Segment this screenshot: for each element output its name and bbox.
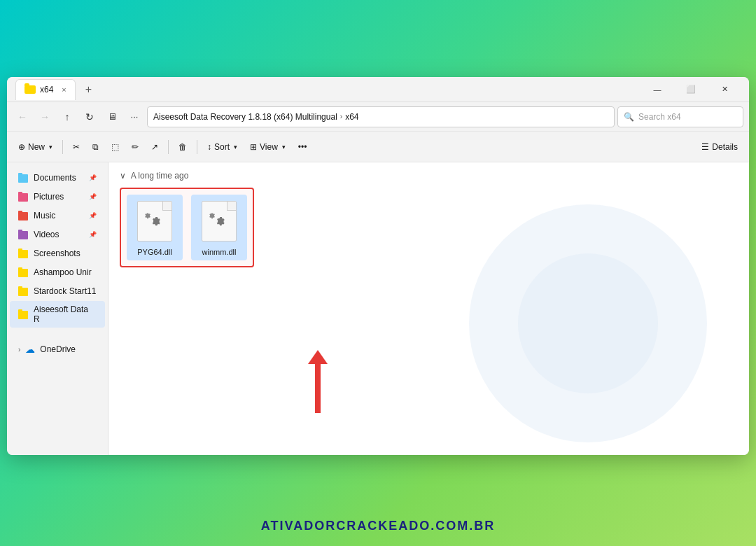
file-item-pyg64[interactable]: PYG64.dll [127, 195, 183, 260]
svg-rect-1 [18, 173, 22, 176]
new-button[interactable]: ⊕ New ▾ [13, 136, 58, 158]
tab-close-button[interactable]: × [62, 85, 66, 94]
sidebar-item-onedrive[interactable]: › ☁ OneDrive [10, 340, 105, 358]
sort-icon: ↕ [207, 142, 211, 152]
toolbar-separator-3 [197, 140, 197, 154]
section-header: ∨ A long time ago [120, 171, 738, 181]
svg-rect-5 [18, 211, 22, 214]
tab-folder-icon [24, 85, 36, 94]
refresh-icon: ↻ [85, 111, 94, 122]
title-bar: x64 × + — ⬜ ✕ [7, 77, 749, 102]
pyg64-page [137, 201, 172, 241]
path-more-button[interactable]: ··· [125, 107, 144, 127]
view-button[interactable]: ⊞ View ▾ [244, 136, 291, 158]
onedrive-expand-icon: › [18, 346, 20, 354]
stardock-icon [18, 286, 29, 297]
file-item-winmm[interactable]: winmm.dll [191, 195, 247, 260]
location-icon: 🖥 [108, 111, 117, 122]
pyg64-gear-large-icon [150, 216, 166, 231]
winmm-label: winmm.dll [202, 248, 237, 256]
content-area: Documents 📌 Pictures 📌 Music 📌 [7, 162, 749, 455]
path-more-icon: ··· [131, 111, 139, 122]
section-label: A long time ago [131, 171, 189, 181]
section-collapse-icon[interactable]: ∨ [120, 171, 126, 181]
up-button[interactable]: ↑ [57, 107, 77, 127]
documents-pin-icon: 📌 [89, 174, 97, 181]
sidebar-item-pictures[interactable]: Pictures 📌 [10, 188, 105, 206]
arrow-stem [315, 364, 321, 413]
sidebar-item-aiseesoft[interactable]: Aiseesoft Data R [10, 301, 105, 328]
winmm-gear-group [208, 211, 230, 231]
sidebar-item-stardock[interactable]: Stardock Start11 [10, 282, 105, 300]
sidebar-item-videos[interactable]: Videos 📌 [10, 225, 105, 244]
explorer-window: x64 × + — ⬜ ✕ ← → ↑ ↻ 🖥 ··· [7, 77, 749, 455]
rename-button[interactable]: ✏ [126, 136, 144, 158]
refresh-button[interactable]: ↻ [80, 107, 99, 127]
details-icon: ☰ [701, 142, 709, 152]
svg-rect-11 [18, 267, 22, 270]
path-current-folder: x64 [345, 112, 358, 122]
more-options-button[interactable]: ••• [293, 136, 313, 158]
screenshots-label: Screenshots [34, 248, 80, 258]
copy-icon: ⧉ [92, 142, 99, 152]
winmm-file-icon [200, 199, 239, 244]
pictures-pin-icon: 📌 [89, 193, 97, 200]
delete-button[interactable]: 🗑 [173, 136, 192, 158]
onedrive-label: OneDrive [40, 344, 76, 354]
pictures-label: Pictures [34, 192, 64, 202]
aiseesoft-label: Aiseesoft Data R [34, 304, 97, 324]
videos-pin-icon: 📌 [89, 231, 97, 238]
paste-button[interactable]: ⬚ [106, 136, 125, 158]
share-icon: ↗ [151, 142, 158, 152]
aiseesoft-icon [18, 309, 29, 320]
tab-add-button[interactable]: + [81, 82, 96, 97]
sidebar: Documents 📌 Pictures 📌 Music 📌 [7, 162, 108, 455]
back-button[interactable]: ← [13, 107, 32, 127]
details-button[interactable]: ☰ Details [696, 136, 743, 158]
ashampoo-icon [18, 267, 29, 278]
forward-button[interactable]: → [35, 107, 55, 127]
documents-icon [18, 172, 29, 183]
rename-icon: ✏ [132, 142, 139, 152]
cut-icon: ✂ [73, 142, 80, 152]
sidebar-item-music[interactable]: Music 📌 [10, 206, 105, 225]
stardock-label: Stardock Start11 [34, 286, 96, 296]
new-chevron-icon: ▾ [49, 144, 52, 150]
up-icon: ↑ [65, 111, 70, 122]
cut-button[interactable]: ✂ [67, 136, 85, 158]
sort-button[interactable]: ↕ Sort ▾ [202, 136, 243, 158]
view-icon: ⊞ [250, 142, 257, 152]
copy-button[interactable]: ⧉ [87, 136, 104, 158]
minimize-button[interactable]: — [641, 78, 673, 101]
pyg64-file-icon [135, 199, 174, 244]
details-label: Details [712, 142, 738, 152]
sidebar-item-documents[interactable]: Documents 📌 [10, 169, 105, 187]
address-path-field[interactable]: Aiseesoft Data Recovery 1.8.18 (x64) Mul… [147, 106, 615, 127]
close-button[interactable]: ✕ [708, 78, 741, 101]
screenshots-icon [18, 248, 29, 259]
toolbar-separator-1 [62, 140, 63, 154]
toolbar: ⊕ New ▾ ✂ ⧉ ⬚ ✏ ↗ 🗑 ↕ Sort ▾ ⊞ [7, 132, 749, 162]
arrow-head [308, 350, 328, 364]
back-icon: ← [18, 111, 27, 122]
winmm-page [202, 201, 237, 241]
view-chevron-icon: ▾ [282, 144, 286, 150]
share-button[interactable]: ↗ [146, 136, 164, 158]
watermark-text: ATIVADORCRACKEADO.COM.BR [261, 519, 495, 533]
path-segment-main: Aiseesoft Data Recovery 1.8.18 (x64) Mul… [153, 112, 337, 122]
location-button[interactable]: 🖥 [102, 107, 122, 127]
maximize-button[interactable]: ⬜ [675, 78, 707, 101]
search-placeholder: Search x64 [638, 112, 681, 122]
videos-label: Videos [34, 230, 59, 239]
sort-label: Sort [214, 142, 230, 152]
onedrive-icon: ☁ [24, 344, 36, 355]
sidebar-item-screenshots[interactable]: Screenshots [10, 244, 105, 262]
file-selection-box: PYG64.dll [120, 188, 254, 267]
tab-x64[interactable]: x64 × [15, 79, 76, 100]
more-options-icon: ••• [298, 142, 307, 152]
svg-rect-15 [18, 309, 22, 312]
sidebar-item-ashampoo[interactable]: Ashampoo Unir [10, 263, 105, 281]
ashampoo-label: Ashampoo Unir [34, 267, 92, 277]
search-box[interactable]: 🔍 Search x64 [617, 106, 743, 127]
path-separator: › [340, 113, 342, 120]
